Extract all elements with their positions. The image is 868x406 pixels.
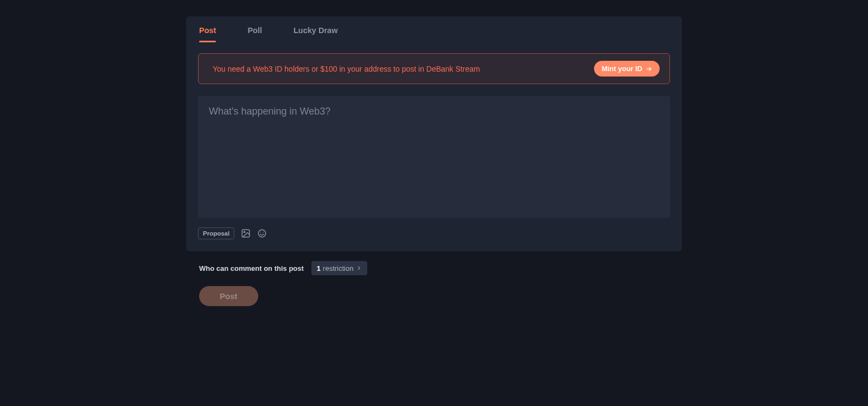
composer-textarea[interactable]: [209, 106, 659, 206]
svg-point-2: [244, 231, 245, 232]
mint-id-button[interactable]: Mint your ID: [594, 61, 660, 77]
emoji-icon[interactable]: [257, 229, 267, 238]
warning-text: You need a Web3 ID holders or $100 in yo…: [213, 65, 480, 73]
composer-card: Post Poll Lucky Draw You need a Web3 ID …: [186, 16, 682, 251]
svg-point-3: [258, 230, 266, 237]
warning-bar: You need a Web3 ID holders or $100 in yo…: [198, 53, 670, 84]
post-button[interactable]: Post: [199, 286, 258, 306]
comment-control-row: Who can comment on this post 1 restricti…: [199, 261, 669, 275]
tab-lucky-draw[interactable]: Lucky Draw: [293, 26, 337, 42]
image-icon[interactable]: [241, 229, 251, 238]
chevron-right-icon: [356, 263, 362, 273]
restriction-chip[interactable]: 1 restriction: [311, 261, 368, 275]
mint-id-label: Mint your ID: [602, 65, 642, 73]
composer-textarea-wrap: [198, 96, 670, 218]
composer-footer: Who can comment on this post 1 restricti…: [186, 261, 682, 306]
proposal-chip[interactable]: Proposal: [198, 227, 234, 239]
tab-post[interactable]: Post: [199, 26, 216, 42]
restriction-count: 1: [317, 264, 321, 272]
comment-control-label: Who can comment on this post: [199, 264, 304, 272]
composer-tool-row: Proposal: [186, 218, 682, 251]
tab-poll[interactable]: Poll: [247, 26, 262, 42]
composer-tabs: Post Poll Lucky Draw: [186, 16, 682, 42]
restriction-text: restriction: [323, 264, 353, 272]
arrow-right-icon: [646, 66, 652, 72]
